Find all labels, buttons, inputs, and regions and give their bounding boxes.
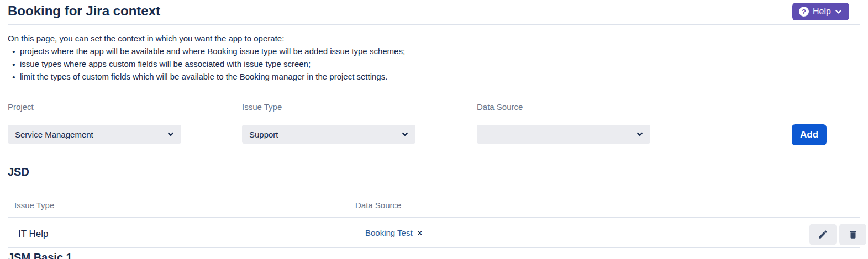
pencil-icon [818,229,828,240]
data-source-tag-label: Booking Test [365,228,413,237]
bullet-text: limit the types of custom fields which w… [20,72,387,81]
bullet-text: projects where the app will be available… [20,46,405,56]
bullet-dot: • [8,72,20,82]
form-bottom-divider [8,151,860,151]
add-button[interactable]: Add [792,124,827,145]
chevron-down-icon [402,131,408,138]
chevron-down-icon [167,131,174,138]
chevron-down-icon [636,131,643,138]
issue-type-select-value: Support [249,130,278,139]
bullet-item: •limit the types of custom fields which … [8,72,405,84]
section-heading-jsm-basic-1: JSM Basic 1 [8,251,72,259]
row-issue-type: IT Help [18,229,49,240]
project-label: Project [8,102,34,112]
intro-bullet-list: •projects where the app will be availabl… [8,46,405,84]
table-header-divider [8,217,860,218]
bullet-item: •issue types where apps custom fields wi… [8,59,405,72]
help-button-label: Help [813,7,831,17]
section-heading-jsd: JSD [8,166,29,178]
project-select-value: Service Management [15,130,93,139]
remove-tag-icon[interactable]: × [418,229,422,237]
issue-type-select[interactable]: Support [242,125,415,144]
bullet-dot: • [8,59,20,70]
data-source-label: Data Source [477,102,523,112]
issue-type-label: Issue Type [242,102,282,112]
edit-row-button[interactable] [809,224,837,245]
question-circle-icon: ? [799,7,809,17]
help-button[interactable]: ? Help [792,3,849,20]
row-divider [8,247,860,248]
form-labels-divider [8,118,860,118]
project-select[interactable]: Service Management [8,125,181,144]
bullet-item: •projects where the app will be availabl… [8,46,405,59]
title-divider [8,24,860,25]
booking-context-page: Booking for Jira context ? Help On this … [0,0,868,259]
table-header-data-source: Data Source [355,200,401,210]
intro-text: On this page, you can set the context in… [8,34,284,43]
bullet-dot: • [8,46,20,57]
page-title: Booking for Jira context [8,3,160,19]
data-source-tag: Booking Test × [365,228,422,237]
delete-row-button[interactable] [839,224,866,245]
data-source-select[interactable] [477,125,650,144]
trash-icon [848,230,858,240]
bullet-text: issue types where apps custom fields wil… [20,59,311,68]
table-header-issue-type: Issue Type [14,200,54,210]
chevron-down-icon [835,8,842,15]
